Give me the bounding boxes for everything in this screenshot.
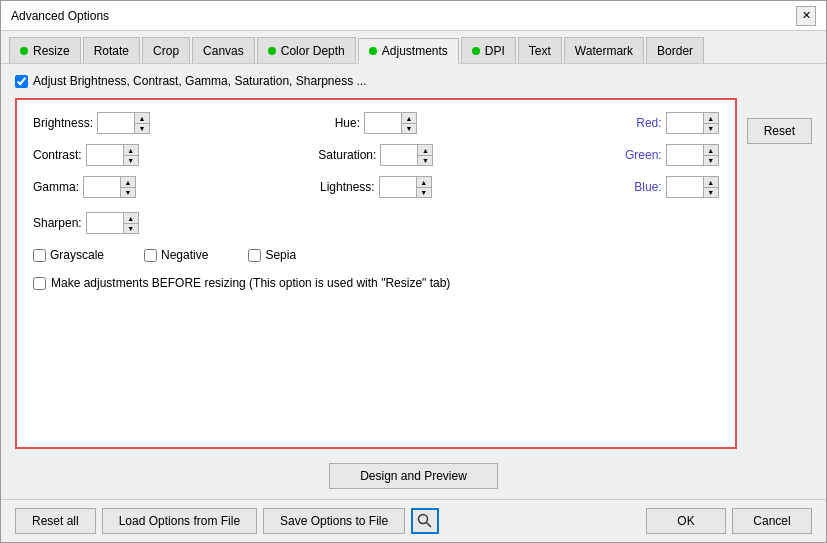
contrast-down[interactable]: ▼ xyxy=(124,155,138,165)
brightness-up[interactable]: ▲ xyxy=(135,113,149,123)
sharpen-spinner[interactable]: 0 ▲▼ xyxy=(86,212,139,234)
red-down[interactable]: ▼ xyxy=(704,123,718,133)
sharpen-down[interactable]: ▼ xyxy=(124,223,138,233)
saturation-label: Saturation: xyxy=(318,148,376,162)
saturation-up[interactable]: ▲ xyxy=(418,145,432,155)
blue-input[interactable]: 0 xyxy=(667,177,703,197)
hue-input[interactable]: 0 xyxy=(365,113,401,133)
blue-down[interactable]: ▼ xyxy=(704,187,718,197)
red-up[interactable]: ▲ xyxy=(704,113,718,123)
save-options-button[interactable]: Save Options to File xyxy=(263,508,405,534)
tab-adjustments[interactable]: Adjustments xyxy=(358,38,459,64)
sharpen-up[interactable]: ▲ xyxy=(124,213,138,223)
gamma-field: Gamma: 1.00 ▲▼ xyxy=(33,176,262,198)
saturation-down[interactable]: ▼ xyxy=(418,155,432,165)
contrast-spinner[interactable]: 0 ▲▼ xyxy=(86,144,139,166)
brightness-down[interactable]: ▼ xyxy=(135,123,149,133)
tab-dot-adjustments xyxy=(369,47,377,55)
design-preview-area: Design and Preview xyxy=(15,463,812,489)
reset-button[interactable]: Reset xyxy=(747,118,812,144)
tab-dot-resize xyxy=(20,47,28,55)
tab-label: Border xyxy=(657,44,693,58)
gamma-label: Gamma: xyxy=(33,180,79,194)
adjustments-panel: Brightness: 0 ▲▼ Hue: 0 ▲▼ xyxy=(15,98,737,449)
red-spinner[interactable]: 0 ▲▼ xyxy=(666,112,719,134)
tab-resize[interactable]: Resize xyxy=(9,37,81,63)
tab-label: Adjustments xyxy=(382,44,448,58)
contrast-up[interactable]: ▲ xyxy=(124,145,138,155)
load-options-button[interactable]: Load Options from File xyxy=(102,508,257,534)
tab-canvas[interactable]: Canvas xyxy=(192,37,255,63)
green-up[interactable]: ▲ xyxy=(704,145,718,155)
green-input[interactable]: 0 xyxy=(667,145,703,165)
gamma-down[interactable]: ▼ xyxy=(121,187,135,197)
tab-border[interactable]: Border xyxy=(646,37,704,63)
sepia-item: Sepia xyxy=(248,248,296,262)
grayscale-label: Grayscale xyxy=(50,248,104,262)
negative-label: Negative xyxy=(161,248,208,262)
red-field: Red: 0 ▲▼ xyxy=(490,112,719,134)
hue-spinner[interactable]: 0 ▲▼ xyxy=(364,112,417,134)
cancel-button[interactable]: Cancel xyxy=(732,508,812,534)
before-resize-label: Make adjustments BEFORE resizing (This o… xyxy=(51,276,450,290)
search-icon-button[interactable] xyxy=(411,508,439,534)
saturation-input[interactable]: 0 xyxy=(381,145,417,165)
brightness-label: Brightness: xyxy=(33,116,93,130)
brightness-input[interactable]: 0 xyxy=(98,113,134,133)
sepia-label: Sepia xyxy=(265,248,296,262)
contrast-field: Contrast: 0 ▲▼ xyxy=(33,144,262,166)
enable-adjustments-row: Adjust Brightness, Contrast, Gamma, Satu… xyxy=(15,74,812,88)
green-down[interactable]: ▼ xyxy=(704,155,718,165)
tab-dpi[interactable]: DPI xyxy=(461,37,516,63)
gamma-spinner[interactable]: 1.00 ▲▼ xyxy=(83,176,136,198)
before-resize-checkbox[interactable] xyxy=(33,277,46,290)
hue-up[interactable]: ▲ xyxy=(402,113,416,123)
blue-up[interactable]: ▲ xyxy=(704,177,718,187)
reset-area: Reset xyxy=(747,98,812,449)
tab-color-depth[interactable]: Color Depth xyxy=(257,37,356,63)
saturation-field: Saturation: 0 ▲▼ xyxy=(262,144,491,166)
tab-label: Canvas xyxy=(203,44,244,58)
tab-watermark[interactable]: Watermark xyxy=(564,37,644,63)
reset-all-button[interactable]: Reset all xyxy=(15,508,96,534)
blue-spinner[interactable]: 0 ▲▼ xyxy=(666,176,719,198)
red-input[interactable]: 0 xyxy=(667,113,703,133)
tab-text[interactable]: Text xyxy=(518,37,562,63)
negative-checkbox[interactable] xyxy=(144,249,157,262)
contrast-input[interactable]: 0 xyxy=(87,145,123,165)
hue-down[interactable]: ▼ xyxy=(402,123,416,133)
design-preview-button[interactable]: Design and Preview xyxy=(329,463,498,489)
gamma-input[interactable]: 1.00 xyxy=(84,177,120,197)
advanced-options-dialog: Advanced Options ✕ ResizeRotateCropCanva… xyxy=(0,0,827,543)
tab-label: Color Depth xyxy=(281,44,345,58)
lightness-spinner[interactable]: 0 ▲▼ xyxy=(379,176,432,198)
brightness-spinner[interactable]: 0 ▲▼ xyxy=(97,112,150,134)
sharpen-input[interactable]: 0 xyxy=(87,213,123,233)
dialog-title: Advanced Options xyxy=(11,9,109,23)
lightness-down[interactable]: ▼ xyxy=(417,187,431,197)
gamma-up[interactable]: ▲ xyxy=(121,177,135,187)
sharpen-row: Sharpen: 0 ▲▼ xyxy=(33,212,719,234)
tabs-bar: ResizeRotateCropCanvasColor DepthAdjustm… xyxy=(1,31,826,64)
hue-label: Hue: xyxy=(335,116,360,130)
blue-label: Blue: xyxy=(634,180,661,194)
green-spinner[interactable]: 0 ▲▼ xyxy=(666,144,719,166)
lightness-input[interactable]: 0 xyxy=(380,177,416,197)
before-resize-row: Make adjustments BEFORE resizing (This o… xyxy=(33,276,719,290)
lightness-field: Lightness: 0 ▲▼ xyxy=(262,176,491,198)
close-button[interactable]: ✕ xyxy=(796,6,816,26)
svg-line-1 xyxy=(427,523,432,528)
tab-label: Rotate xyxy=(94,44,129,58)
saturation-spinner[interactable]: 0 ▲▼ xyxy=(380,144,433,166)
search-icon xyxy=(417,513,433,529)
ok-button[interactable]: OK xyxy=(646,508,726,534)
red-label: Red: xyxy=(636,116,661,130)
bottom-bar: Reset all Load Options from File Save Op… xyxy=(1,499,826,542)
lightness-up[interactable]: ▲ xyxy=(417,177,431,187)
tab-rotate[interactable]: Rotate xyxy=(83,37,140,63)
grayscale-checkbox[interactable] xyxy=(33,249,46,262)
enable-adjustments-checkbox[interactable] xyxy=(15,75,28,88)
tab-crop[interactable]: Crop xyxy=(142,37,190,63)
sharpen-label: Sharpen: xyxy=(33,216,82,230)
sepia-checkbox[interactable] xyxy=(248,249,261,262)
